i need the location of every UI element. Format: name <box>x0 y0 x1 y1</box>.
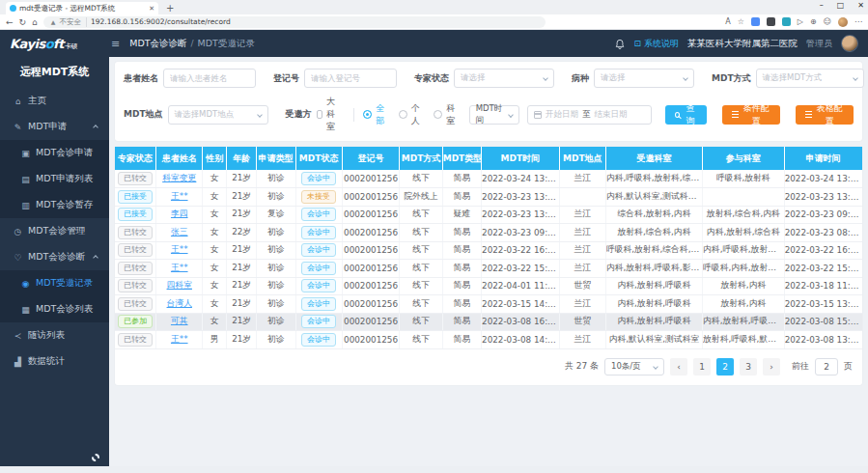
feedback-smiley-icon[interactable]: ☺ <box>824 17 831 26</box>
patient-name-link[interactable]: 可其 <box>171 316 188 325</box>
breadcrumb-section: MDT会诊诊断 <box>129 38 186 50</box>
mdt-place-select[interactable]: 请选择MDT地点 <box>168 105 268 125</box>
home-icon[interactable]: ⌂ <box>32 17 38 27</box>
page-button-2[interactable]: 2 <box>716 358 734 376</box>
prev-page-button[interactable]: ‹ <box>670 358 687 376</box>
mdt-status-cell: 会诊中 <box>295 241 342 260</box>
page-button-3[interactable]: 3 <box>740 358 757 376</box>
close-button[interactable]: ✕ <box>857 1 864 10</box>
back-icon[interactable]: ← <box>6 17 14 27</box>
sidebar-item-mdt-apply[interactable]: ✎MDT申请 <box>0 114 109 140</box>
reg-no-cell: 0002001256 <box>342 295 400 314</box>
sidebar-item-mdt-consult-manage[interactable]: ◷MDT会诊管理 <box>0 218 109 244</box>
expert-status-cell: 已接受 <box>115 206 156 224</box>
column-header: 登记号 <box>342 147 400 170</box>
disease-select[interactable]: 请选择 <box>594 69 694 88</box>
sidebar-item-mdt-apply-list[interactable]: ▤MDT申请列表 <box>0 166 109 192</box>
patient-name-link[interactable]: 王** <box>171 263 188 272</box>
mdt-type-cell: 简易 <box>442 295 481 314</box>
age-cell: 21岁 <box>227 277 257 295</box>
maximize-button[interactable]: □ <box>837 1 845 10</box>
sidebar-item-home[interactable]: ⌂主页 <box>0 88 109 114</box>
sidebar-item-mdt-consult-list[interactable]: ▦MDT会诊列表 <box>0 296 109 322</box>
url-bar[interactable]: ▲ 不安全 192.168.0.156:9002/consultate/reco… <box>43 16 546 28</box>
home-icon: ⌂ <box>13 97 23 106</box>
mdt-status-cell: 未接受 <box>295 188 342 207</box>
patient-name-link[interactable]: 王** <box>171 244 188 254</box>
calendar-icon <box>534 111 542 119</box>
column-header: 申请时间 <box>784 147 862 170</box>
notification-bell-icon[interactable] <box>615 39 625 49</box>
patient-name-link[interactable]: 科室变更 <box>162 173 196 182</box>
patient-name-link[interactable]: 李四 <box>171 209 188 218</box>
mdt-time-cell: 2022-03-22 15:50:00 <box>482 260 560 278</box>
scope-radio-dept[interactable] <box>434 110 442 119</box>
extension-icon[interactable] <box>751 17 760 26</box>
page-size-select[interactable]: 10条/页 <box>604 358 664 376</box>
page-button-1[interactable]: 1 <box>693 358 711 376</box>
browser-address-bar: ← ↻ ⌂ ▲ 不安全 192.168.0.156:9002/consultat… <box>0 14 868 30</box>
jump-page-input[interactable] <box>815 358 838 376</box>
read-aloud-icon[interactable]: A <box>725 17 730 26</box>
sidebar-item-mdt-consult-draft[interactable]: ▥MDT会诊暂存 <box>0 192 109 218</box>
user-avatar[interactable] <box>841 35 858 52</box>
extension-icon[interactable] <box>767 17 775 26</box>
sidebar-item-followup-list[interactable]: ≺随访列表 <box>0 322 109 348</box>
list-icon: ▤ <box>20 175 31 184</box>
patient-name-link[interactable]: 四科室 <box>167 280 192 290</box>
divider <box>353 108 354 122</box>
mdt-status-cell: 会诊中 <box>295 206 342 224</box>
browser-profile-avatar[interactable] <box>838 17 848 27</box>
mdt-type-cell: 简易 <box>442 188 481 207</box>
reg-no-input[interactable] <box>304 69 397 88</box>
sidebar-item-mdt-invite-record[interactable]: ◉MDT受邀记录 <box>0 270 109 296</box>
big-dept-checkbox[interactable] <box>317 110 323 119</box>
mdt-mode-cell: 线下 <box>400 224 442 242</box>
next-page-button[interactable]: › <box>763 358 780 376</box>
browser-window: mdt受邀记录 - 远程MDT系统 ✕ + – □ ✕ ← ↻ ⌂ ▲ 不安全 … <box>0 0 868 473</box>
app-header: Kayisoft卡硕 ≡ MDT会诊诊断 / MDT受邀记录 ⊡系统说明 某某医… <box>0 30 868 57</box>
sidebar-item-mdt-consult-apply[interactable]: ▣MDT会诊申请 <box>0 140 109 166</box>
scope-radio-all[interactable] <box>363 110 372 119</box>
mdt-place-cell: 世贸 <box>559 313 605 331</box>
mdt-place-cell: 兰江 <box>559 170 605 188</box>
new-tab-button[interactable]: + <box>166 3 174 14</box>
favorites-star-icon[interactable]: ☆ <box>738 17 744 26</box>
time-field-select[interactable]: MDT时间 <box>469 105 519 125</box>
disease-label: 病种 <box>572 72 589 85</box>
condition-config-button[interactable]: 条件配置 <box>722 105 780 125</box>
minimize-button[interactable]: – <box>820 1 824 10</box>
status-badge: 会诊中 <box>301 279 336 292</box>
table-config-button[interactable]: 表格配置 <box>796 105 854 125</box>
scope-radio-personal[interactable] <box>399 110 407 119</box>
column-header: 年龄 <box>227 147 257 170</box>
mdt-mode-cell: 线下 <box>400 277 442 295</box>
extension-icon[interactable] <box>782 17 791 26</box>
patient-name-link[interactable]: 王** <box>171 191 188 201</box>
url-text: 192.168.0.156:9002/consultate/record <box>91 17 231 26</box>
apply-time-cell: 2022-03-23 08:49:53 <box>784 224 862 242</box>
invited-depts-cell: 放射科,综合科,内科 <box>605 224 702 242</box>
patient-name-link[interactable]: 台湾人 <box>167 298 192 308</box>
date-range-picker[interactable]: 开始日期至结束日期 <box>527 105 652 125</box>
sidebar-item-data-stats[interactable]: ▟数据统计 <box>0 348 109 375</box>
patient-name-link[interactable]: 张三 <box>171 227 188 236</box>
system-note-link[interactable]: ⊡系统说明 <box>633 38 679 50</box>
mdt-type-cell: 疑难 <box>442 206 481 224</box>
sidebar-item-mdt-consult-diagnose[interactable]: ♡MDT会诊诊断 <box>0 244 109 270</box>
patient-name-input[interactable] <box>163 69 256 88</box>
sidebar-collapse-icon[interactable]: ≡ <box>111 38 120 50</box>
sidebar-play-icon[interactable]: ▷ <box>798 17 803 26</box>
security-warning-icon: ▲ <box>51 18 56 25</box>
search-button[interactable]: 查询 <box>665 105 707 125</box>
close-tab-icon[interactable]: ✕ <box>149 5 154 13</box>
patient-name-link[interactable]: 王** <box>171 334 188 344</box>
settings-gear-icon[interactable] <box>92 454 99 461</box>
mdt-place-label: MDT地点 <box>124 108 163 121</box>
add-icon[interactable]: ⊕ <box>810 17 817 26</box>
mdt-mode-select[interactable]: 请选择MDT方式 <box>756 69 864 88</box>
browser-tab[interactable]: mdt受邀记录 - 远程MDT系统 ✕ <box>6 2 158 14</box>
expert-status-select[interactable]: 请选择 <box>454 69 554 88</box>
more-menu-icon[interactable]: ⋯ <box>854 17 862 26</box>
refresh-icon[interactable]: ↻ <box>19 17 27 27</box>
